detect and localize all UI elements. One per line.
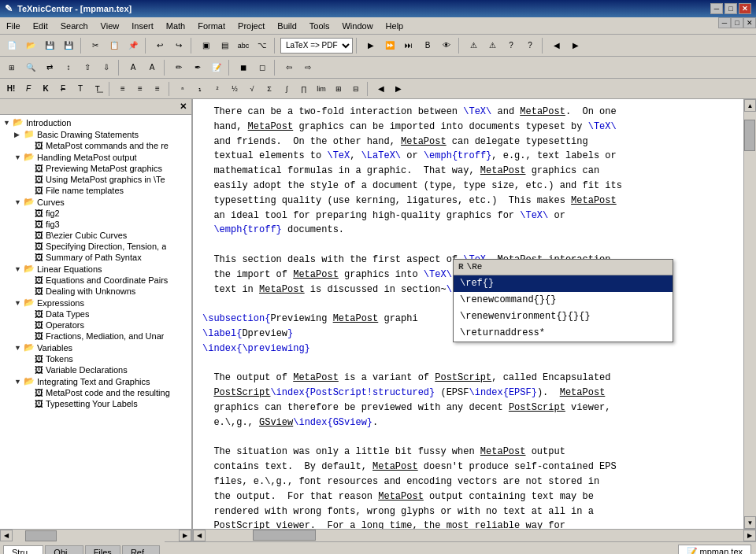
fmt-align-left[interactable]: ≡ xyxy=(115,81,131,97)
tree-item[interactable]: ▼📂Expressions xyxy=(0,297,191,308)
sub-restore-button[interactable]: □ xyxy=(731,17,743,28)
tree-arrow[interactable]: ▼ xyxy=(14,198,24,206)
sub-close-button[interactable]: ✕ xyxy=(743,17,756,28)
tree-item[interactable]: 🖼Typesetting Your Labels xyxy=(0,398,191,409)
menu-help[interactable]: Help xyxy=(380,20,410,32)
tree-arrow[interactable]: ▼ xyxy=(14,378,24,386)
abc-button[interactable]: abc xyxy=(235,37,252,54)
fmt-superscript[interactable]: ² xyxy=(209,81,225,97)
sidebar-hscroll-right[interactable]: ▶ xyxy=(179,530,191,541)
fmt-int[interactable]: ∫ xyxy=(279,81,295,97)
fmt-smallcaps[interactable]: T͟ xyxy=(90,81,106,97)
tree-item[interactable]: ▼📂Curves xyxy=(0,196,191,208)
autocomplete-item-ref[interactable]: \ref{} xyxy=(454,275,673,292)
sidebar-hscroll[interactable]: ◀ ▶ xyxy=(0,529,191,541)
hscroll-thumb[interactable] xyxy=(253,530,316,541)
tree-item[interactable]: 🖼MetaPost commands and the re xyxy=(0,140,191,151)
vscroll-up[interactable]: ▲ xyxy=(744,99,756,112)
tree-item[interactable]: ▼📂Integrating Text and Graphics xyxy=(0,375,191,387)
tab-references[interactable]: Ref... xyxy=(122,545,160,554)
tree-item[interactable]: 🖼Specifying Direction, Tension, a xyxy=(0,241,191,252)
build-select[interactable]: LaTeX => PDF xyxy=(280,38,353,54)
tree-item[interactable]: ▼📂Introduction xyxy=(0,116,191,128)
tb2-btn7[interactable]: ✏ xyxy=(170,59,187,76)
doc-tab-mpman[interactable]: 📝 mpman.tex xyxy=(678,545,751,554)
menu-window[interactable]: Window xyxy=(335,20,379,32)
menu-search[interactable]: Search xyxy=(54,20,94,32)
toggle1-button[interactable]: ▣ xyxy=(197,37,214,54)
fmt-nav1[interactable]: ◀ xyxy=(373,81,389,97)
tb2-btn13[interactable]: ⇨ xyxy=(299,59,317,76)
bibtex-button[interactable]: B xyxy=(419,37,436,54)
tb2-btn10[interactable]: ◼ xyxy=(235,59,252,76)
tree-item[interactable]: 🖼Data Types xyxy=(0,308,191,319)
editor[interactable]: There can be a two-fold interaction betw… xyxy=(193,99,743,529)
tb2-btn9[interactable]: 📝 xyxy=(208,59,225,76)
tree-item[interactable]: 🖼Previewing MetaPost graphics xyxy=(0,163,191,174)
hscroll-track[interactable] xyxy=(206,530,743,541)
sidebar-hscroll-thumb[interactable] xyxy=(25,530,57,541)
new-button[interactable]: 📄 xyxy=(3,37,20,54)
toggle2-button[interactable]: ▤ xyxy=(216,37,233,54)
tb2-btn8[interactable]: ✒ xyxy=(189,59,206,76)
tree-item[interactable]: 🖼Variable Declarations xyxy=(0,364,191,375)
tab-structure[interactable]: Stru... xyxy=(3,545,43,554)
fmt-sum[interactable]: Σ xyxy=(261,81,277,97)
menu-insert[interactable]: Insert xyxy=(125,20,160,32)
vscroll-down[interactable]: ▼ xyxy=(744,516,756,529)
tree-item[interactable]: ▼📂Variables xyxy=(0,342,191,353)
fmt-align-center[interactable]: ≡ xyxy=(132,81,148,97)
tree-item[interactable]: 🖼MetaPost code and the resulting xyxy=(0,387,191,398)
fmt-align-right[interactable]: ≡ xyxy=(150,81,165,97)
fmt-strike[interactable]: F xyxy=(55,81,71,97)
tb2-btn6[interactable]: A xyxy=(143,59,161,76)
nav-prev-button[interactable]: ◀ xyxy=(548,37,565,54)
tree-item[interactable]: ▼📂Linear Equations xyxy=(0,263,191,275)
menu-edit[interactable]: Edit xyxy=(27,20,54,32)
tree-item[interactable]: 🖼Equations and Coordinate Pairs xyxy=(0,275,191,286)
tb2-btn5[interactable]: A xyxy=(124,59,142,76)
replace-button[interactable]: ⇄ xyxy=(41,59,58,76)
help3-button[interactable]: ? xyxy=(521,37,539,54)
fmt-bold[interactable]: H! xyxy=(3,81,19,97)
menu-build[interactable]: Build xyxy=(271,20,302,32)
build1-button[interactable]: ▶ xyxy=(362,37,380,54)
menu-math[interactable]: Math xyxy=(160,20,191,32)
fmt-lim[interactable]: lim xyxy=(313,81,329,97)
fmt-nav2[interactable]: ▶ xyxy=(391,81,406,97)
help2-button[interactable]: ? xyxy=(502,37,520,54)
tree-item[interactable]: 🖼B\ezier Cubic Curves xyxy=(0,230,191,241)
tree-item[interactable]: 🖼Fractions, Mediation, and Unar xyxy=(0,331,191,342)
sidebar-hscroll-track[interactable] xyxy=(13,530,179,541)
tb2-btn4[interactable]: ⇩ xyxy=(98,59,115,76)
cut-button[interactable]: ✂ xyxy=(87,37,104,54)
open-button[interactable]: 📂 xyxy=(22,37,39,54)
search-button[interactable]: 🔍 xyxy=(22,59,39,76)
menu-tools[interactable]: Tools xyxy=(303,20,336,32)
tree-item[interactable]: 🖼Operators xyxy=(0,319,191,331)
vscroll-track[interactable] xyxy=(744,112,756,516)
tab-objects[interactable]: Obj... xyxy=(45,545,83,554)
fmt-large[interactable]: T xyxy=(72,81,88,97)
tb2-btn12[interactable]: ⇦ xyxy=(280,59,298,76)
menu-format[interactable]: Format xyxy=(191,20,232,32)
hscroll-right[interactable]: ▶ xyxy=(743,530,756,541)
fmt-bold2[interactable]: K xyxy=(38,81,54,97)
fmt-prod[interactable]: ∏ xyxy=(296,81,312,97)
tree-arrow[interactable]: ▼ xyxy=(14,153,24,161)
autocomplete-item-returnaddress[interactable]: \returnaddress* xyxy=(454,325,673,342)
fmt-sqrt[interactable]: √ xyxy=(244,81,260,97)
view-button[interactable]: 👁 xyxy=(438,37,455,54)
tree-area[interactable]: ▼📂Introduction▶📁Basic Drawing Statements… xyxy=(0,115,191,529)
autocomplete-item-renewcommand[interactable]: \renewcommand{}{} xyxy=(454,292,673,308)
tree-item[interactable]: 🖼Using MetaPost graphics in \Te xyxy=(0,174,191,185)
tb2-btn3[interactable]: ⇧ xyxy=(79,59,96,76)
build3-button[interactable]: ⏭ xyxy=(400,37,417,54)
save-all-button[interactable]: 💾 xyxy=(60,37,77,54)
hscroll-left[interactable]: ◀ xyxy=(193,530,206,541)
editor-vscroll[interactable]: ▲ ▼ xyxy=(743,99,756,529)
sub-minimize-button[interactable]: ─ xyxy=(718,17,731,28)
fmt-frac[interactable]: ½ xyxy=(227,81,243,97)
save-button[interactable]: 💾 xyxy=(41,37,58,54)
vscroll-thumb[interactable] xyxy=(744,120,755,151)
